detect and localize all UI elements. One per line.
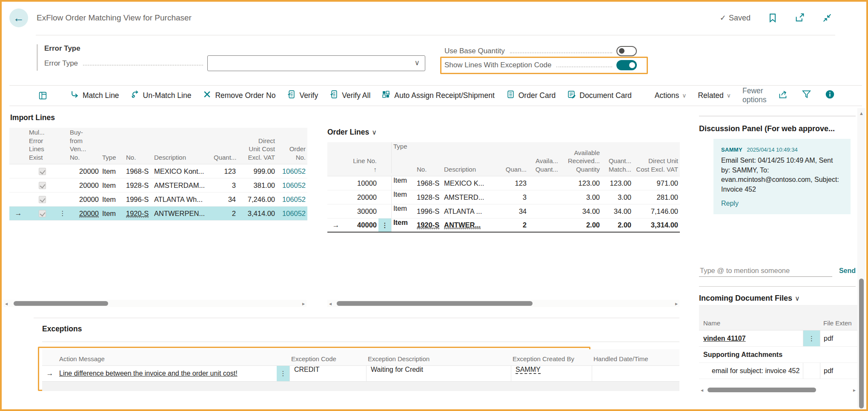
order-line-row[interactable]: 30000 Item 1996-S ATLANTA ... 34 34.00 3… (327, 204, 680, 218)
mention-input[interactable] (699, 265, 832, 277)
auto-assign-button[interactable]: Auto Assign Receipt/Shipment (382, 90, 494, 101)
column-header[interactable]: Quan... (501, 165, 528, 174)
order-line-row-selected[interactable]: → 40000 ⋮ Item 1920-S ANTWER... 2 2.00 2… (327, 218, 680, 233)
column-header[interactable]: Buy- from Ven... No. (68, 128, 100, 161)
scroll-left-icon[interactable]: ◂ (699, 387, 705, 393)
item-no-cell[interactable]: 1968-S (124, 167, 152, 175)
collapse-icon[interactable] (822, 13, 832, 23)
exception-row[interactable]: → Line difference between the invoice an… (42, 365, 679, 382)
send-button[interactable]: Send (839, 267, 856, 277)
order-card-button[interactable]: Order Card (506, 90, 556, 101)
scroll-left-icon[interactable]: ◂ (327, 301, 333, 307)
file-row[interactable]: email for subject: invoice 452 pdf (699, 363, 857, 379)
use-base-quantity-toggle[interactable] (616, 46, 637, 56)
attachment-name-cell[interactable]: email for subject: invoice 452 (699, 367, 803, 375)
scroll-thumb[interactable] (859, 279, 864, 408)
vendor-no-cell[interactable]: 20000 (68, 181, 100, 190)
column-header[interactable]: Availa... Quant... (528, 157, 560, 173)
import-lines-hscrollbar[interactable]: ◂ ▸ (3, 300, 307, 307)
document-card-button[interactable]: Document Card (567, 90, 632, 101)
order-lines-hscrollbar[interactable]: ◂ ▸ (327, 300, 679, 307)
back-button[interactable]: ← (9, 9, 28, 27)
row-menu-icon[interactable]: ⋮ (378, 218, 391, 232)
show-lines-exception-toggle[interactable] (616, 60, 637, 70)
file-row[interactable]: vinden 41107 ⋮ pdf (699, 331, 857, 347)
order-line-row[interactable]: 20000 Item 1928-S AMSTERD... 3 3.00 3.00… (327, 190, 680, 204)
column-header[interactable]: Type (100, 153, 124, 162)
import-line-row[interactable]: 20000 Item 1968-S MEXICO Kont... 123 999… (9, 164, 307, 178)
vendor-no-cell[interactable]: 20000 (68, 210, 100, 218)
board-view-button[interactable] (38, 91, 47, 100)
order-line-row[interactable]: 10000 Item 1968-S MEXICO K... 123 123.00… (327, 176, 680, 190)
order-no-link[interactable]: 106052 (277, 181, 307, 190)
order-lines-title[interactable]: Order Lines∨ (327, 128, 377, 137)
share-icon[interactable] (778, 89, 788, 101)
page-vscrollbar[interactable]: ▲ (857, 108, 865, 408)
scroll-right-icon[interactable]: ▸ (301, 301, 307, 307)
verify-all-button[interactable]: Verify All (329, 90, 370, 101)
incoming-files-title[interactable]: Incoming Document Files∨ (699, 294, 800, 303)
vendor-no-cell[interactable]: 20000 (68, 167, 100, 175)
file-name-link[interactable]: vinden 41107 (699, 335, 803, 342)
column-header[interactable]: Direct Unit Cost Excl. VAT (238, 137, 277, 162)
scroll-thumb[interactable] (708, 388, 816, 392)
column-header[interactable]: Mul... Error Lines Exist (27, 128, 57, 161)
open-in-new-window-icon[interactable] (795, 13, 805, 23)
order-no-link[interactable]: 106052 (277, 195, 307, 204)
scroll-right-icon[interactable]: ▸ (851, 387, 857, 393)
order-no-link[interactable]: 106052 (277, 210, 307, 218)
column-header[interactable]: No. (124, 153, 152, 162)
scroll-up-icon[interactable]: ▲ (857, 111, 865, 116)
order-no-link[interactable]: 106052 (277, 167, 307, 175)
vendor-no-cell[interactable]: 20000 (68, 195, 100, 204)
actions-menu[interactable]: Actions ∨ (655, 91, 687, 100)
scroll-right-icon[interactable]: ▸ (673, 301, 679, 307)
column-header[interactable]: Direct Unit Cost Excl. VAT (633, 157, 680, 173)
item-no-cell[interactable]: 1996-S (124, 195, 152, 204)
column-header[interactable]: Exception Code (289, 355, 366, 363)
column-header[interactable]: Quant... Match... (602, 157, 633, 173)
item-no-cell[interactable]: 1920-S (415, 221, 442, 229)
column-header[interactable]: Exception Created By (511, 355, 592, 363)
un-match-line-button[interactable]: Un-Match Line (131, 90, 192, 101)
verify-button[interactable]: Verify (287, 90, 318, 101)
item-no-cell[interactable]: 1928-S (124, 181, 152, 190)
import-line-row[interactable]: 20000 Item 1996-S ATLANTA Wh... 34 7,246… (9, 193, 307, 207)
column-header[interactable]: Description (152, 153, 212, 162)
scroll-left-icon[interactable]: ◂ (3, 301, 9, 307)
column-header[interactable]: Name (699, 319, 803, 327)
match-line-button[interactable]: Match Line (70, 90, 119, 101)
bookmark-icon[interactable] (768, 13, 778, 23)
column-header[interactable]: Description (442, 165, 501, 174)
error-type-select[interactable]: ∨ (207, 55, 425, 71)
fewer-options-button[interactable]: Fewer options (742, 86, 766, 104)
filter-icon[interactable] (802, 89, 811, 101)
action-message-link[interactable]: Line difference between the invoice and … (57, 370, 277, 377)
item-no-cell[interactable]: 1928-S (415, 193, 442, 201)
row-menu-icon[interactable]: ⋮ (803, 331, 820, 346)
column-header[interactable]: Available Received... Quantity (560, 149, 602, 174)
column-header[interactable]: File Exten (820, 319, 857, 327)
files-hscrollbar[interactable]: ◂ ▸ (699, 386, 857, 394)
column-header[interactable]: Action Message (57, 355, 277, 363)
column-header[interactable]: Quant... (212, 153, 238, 162)
row-menu-icon[interactable]: ⋮ (57, 210, 68, 217)
item-no-cell[interactable]: 1996-S (415, 207, 442, 216)
column-header[interactable]: Line No.↑ (344, 157, 378, 173)
reply-link[interactable]: Reply (721, 200, 843, 207)
column-header[interactable]: Exception Description (366, 355, 511, 363)
info-icon[interactable] (825, 89, 835, 101)
column-header[interactable]: Type (391, 142, 415, 173)
column-header[interactable]: Handled Date/Time (592, 355, 677, 363)
item-no-cell[interactable]: 1968-S (415, 179, 442, 187)
row-menu-icon[interactable]: ⋮ (277, 366, 289, 381)
column-header[interactable]: Order No. (277, 145, 307, 161)
remove-order-no-button[interactable]: Remove Order No (203, 90, 275, 101)
column-header[interactable]: No. (415, 165, 442, 174)
related-menu[interactable]: Related ∨ (698, 91, 731, 100)
scroll-thumb[interactable] (337, 301, 533, 306)
import-line-row-selected[interactable]: → ⋮ 20000 Item 1920-S ANTWERPEN... 2 3,4… (9, 207, 307, 221)
scroll-thumb[interactable] (14, 301, 108, 306)
import-line-row[interactable]: 20000 Item 1928-S AMSTERDAM... 3 381.00 … (9, 178, 307, 193)
exception-created-by-cell[interactable]: SAMMY (511, 366, 592, 381)
